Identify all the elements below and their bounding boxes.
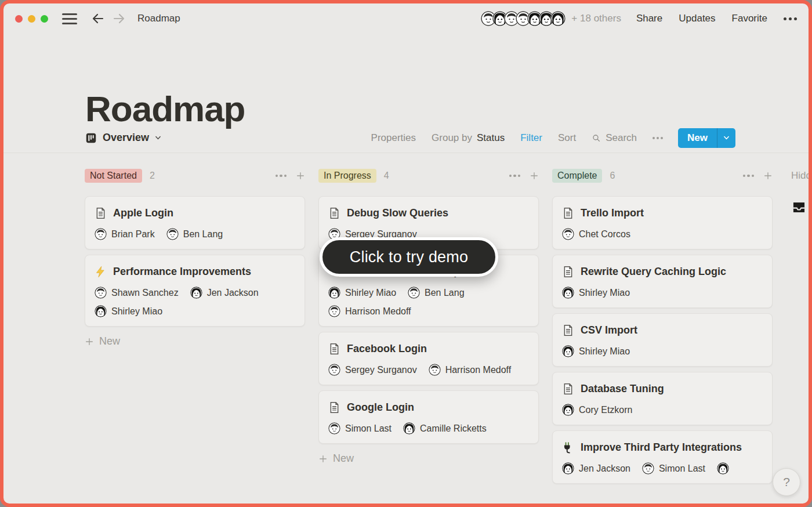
avatar: [403, 422, 415, 434]
column-more-icon[interactable]: [509, 175, 521, 178]
card[interactable]: Database Tuning Cory Etzkorn: [552, 372, 773, 425]
assignee-name: Ben Lang: [425, 288, 465, 298]
favorite-button[interactable]: Favorite: [732, 13, 767, 24]
view-name: Overview: [103, 132, 149, 144]
card-title: Rewrite Query Caching Logic: [581, 264, 726, 279]
back-button[interactable]: [91, 12, 105, 26]
assignee-chip: Cory Etzkorn: [562, 404, 632, 416]
assignee-chip: Simon Last: [328, 422, 392, 434]
zoom-window-button[interactable]: [41, 15, 48, 23]
group-by-label: Group by: [432, 132, 472, 144]
card-count: 2: [150, 171, 155, 181]
assignee-name: Cory Etzkorn: [579, 405, 632, 415]
document-icon: [562, 324, 574, 336]
properties-button[interactable]: Properties: [371, 132, 416, 144]
add-card-label: New: [99, 335, 120, 347]
avatar: [408, 287, 420, 299]
search-label: Search: [606, 132, 637, 144]
forward-button[interactable]: [112, 12, 126, 26]
new-button[interactable]: New: [678, 128, 735, 148]
assignee-chip: Jen Jackson: [562, 462, 630, 475]
status-badge: In Progress: [318, 169, 376, 183]
collaborator-avatars[interactable]: [481, 11, 566, 26]
new-button-label: New: [678, 128, 717, 148]
add-card-button[interactable]: New: [85, 335, 305, 347]
view-switcher[interactable]: Overview: [85, 132, 162, 144]
menu-icon[interactable]: [62, 13, 77, 24]
assignee-chip: [717, 462, 729, 475]
assignee-name: Sergey Surganov: [345, 365, 417, 375]
card[interactable]: Rewrite Query Caching Logic Shirley Miao: [552, 255, 773, 308]
avatar: [642, 462, 654, 475]
others-count-label: + 18 others: [571, 13, 621, 24]
assignee-name: Shirley Miao: [579, 346, 630, 357]
new-dropdown-chevron-icon[interactable]: [717, 128, 735, 148]
column-complete: Complete 6 Trello Import Chet Corcos: [552, 167, 773, 489]
card[interactable]: Apple Login Brian Park Ben Lang: [85, 196, 305, 249]
assignee-chip: Shawn Sanchez: [95, 287, 179, 299]
assignee-chip: Camille Ricketts: [403, 422, 487, 434]
assignee-name: Ben Lang: [183, 229, 223, 240]
document-icon: [328, 207, 340, 219]
avatar: [95, 287, 107, 299]
assignee-name: Chet Corcos: [579, 229, 630, 240]
assignee-name: Shawn Sanchez: [111, 288, 179, 298]
close-window-button[interactable]: [15, 15, 23, 23]
column-more-icon[interactable]: [276, 175, 287, 178]
card[interactable]: Trello Import Chet Corcos: [552, 196, 773, 249]
column-add-icon[interactable]: [530, 171, 539, 180]
assignee-chip: Ben Lang: [166, 228, 223, 240]
toolbar-more-icon[interactable]: [652, 137, 663, 139]
card[interactable]: Performance Improvements Shawn Sanchez J…: [85, 255, 305, 327]
column-header: Complete 6: [552, 167, 773, 184]
column-add-icon[interactable]: [763, 171, 773, 180]
card-title: Trello Import: [581, 205, 644, 220]
avatar: [550, 11, 566, 26]
card-title: Apple Login: [113, 205, 173, 220]
card-title: Performance Improvements: [113, 264, 251, 279]
assignee-chip: Harrison Medoff: [328, 305, 411, 317]
share-button[interactable]: Share: [636, 13, 662, 24]
breadcrumb[interactable]: Roadmap: [137, 13, 180, 24]
search-icon: [592, 133, 601, 143]
card-title: Database Tuning: [581, 381, 664, 396]
assignee-name: Jen Jackson: [207, 288, 259, 298]
card[interactable]: Facebook Login Sergey Surganov Harrison …: [318, 332, 539, 385]
hidden-group-row[interactable]: N: [791, 200, 812, 215]
try-demo-button[interactable]: Click to try demo: [320, 237, 498, 277]
app-window: Roadmap + 18 others Share Updates Favori…: [0, 0, 812, 507]
filter-button[interactable]: Filter: [520, 132, 542, 144]
assignee-name: Simon Last: [345, 423, 392, 434]
minimize-window-button[interactable]: [28, 15, 35, 23]
assignee-name: Harrison Medoff: [445, 365, 512, 375]
document-icon: [562, 266, 574, 278]
search-button[interactable]: Search: [592, 132, 637, 144]
avatar: [562, 345, 574, 357]
more-options-icon[interactable]: [784, 17, 797, 20]
assignee-chip: Brian Park: [95, 228, 155, 240]
card[interactable]: CSV Import Shirley Miao: [552, 313, 773, 367]
sort-button[interactable]: Sort: [558, 132, 576, 144]
avatar: [328, 305, 340, 317]
updates-button[interactable]: Updates: [679, 13, 715, 24]
card[interactable]: Improve Third Party Integrations Jen Jac…: [552, 430, 773, 484]
add-card-button[interactable]: New: [318, 452, 539, 465]
assignee-name: Brian Park: [111, 229, 155, 240]
card[interactable]: Google Login Simon Last Camille Ricketts: [318, 390, 539, 444]
hidden-groups-label[interactable]: Hidd: [791, 167, 812, 184]
inbox-icon: [791, 200, 807, 215]
assignee-chip: Shirley Miao: [562, 287, 630, 299]
column-add-icon[interactable]: [296, 171, 305, 180]
card-count: 4: [384, 171, 389, 181]
chevron-down-icon: [154, 134, 162, 142]
avatar: [95, 228, 107, 240]
help-button[interactable]: ?: [773, 468, 800, 496]
avatar: [328, 422, 340, 434]
column-more-icon[interactable]: [743, 175, 755, 178]
document-icon: [328, 401, 340, 414]
group-by-button[interactable]: Group by Status: [432, 132, 505, 144]
avatar: [562, 404, 574, 416]
assignee-chip: Chet Corcos: [562, 228, 630, 240]
column-header: In Progress 4: [318, 167, 539, 184]
board-view-icon: [85, 132, 97, 144]
